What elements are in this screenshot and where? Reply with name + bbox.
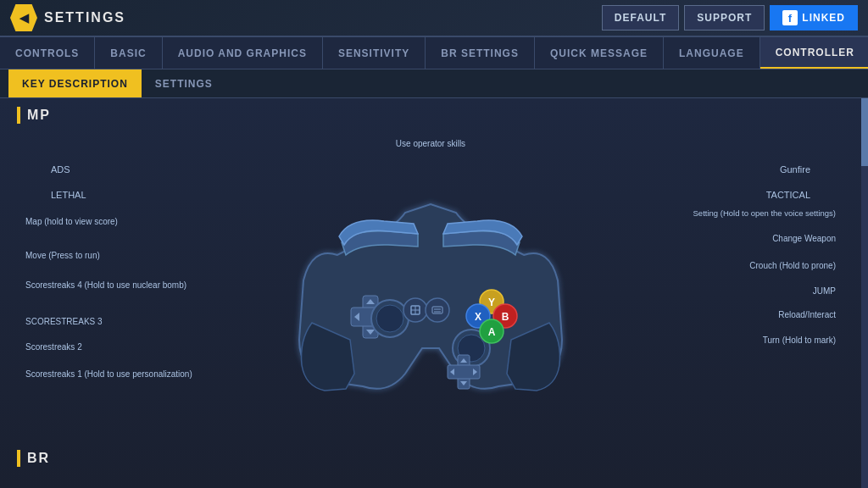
svg-text:X: X (475, 311, 481, 323)
tab-controls[interactable]: CONTROLS (0, 37, 95, 69)
label-scorestreaks4: Scorestreaks 4 (Hold to use nuclear bomb… (25, 280, 136, 290)
content-area: MP (0, 98, 861, 488)
label-crouch: Crouch (Hold to prone) (749, 261, 836, 270)
label-turn: Turn (Hold to mark) (763, 336, 836, 345)
tab-basic[interactable]: BASIC (95, 37, 162, 69)
sub-tab-key-description[interactable]: KEY DESCRIPTION (8, 69, 142, 97)
section-title-mp: MP (17, 107, 844, 124)
logo-text: SETTINGS (44, 10, 125, 25)
sub-tab-bar: KEY DESCRIPTION SETTINGS (0, 69, 868, 98)
svg-text:B: B (502, 311, 509, 323)
section-bar-br (17, 450, 20, 467)
label-reload: Reload/Interact (778, 310, 836, 319)
facebook-icon: f (782, 10, 798, 25)
svg-text:A: A (488, 326, 496, 338)
linked-button[interactable]: f LINKED (770, 5, 858, 30)
svg-point-14 (426, 298, 449, 322)
sub-tab-settings[interactable]: SETTINGS (142, 69, 226, 97)
logo: ◀ SETTINGS (10, 4, 125, 31)
label-ads: ADS (51, 164, 70, 175)
label-scorestreaks3: SCORESTREAKS 3 (25, 317, 103, 326)
label-setting: Setting (Hold to open the voice settings… (693, 208, 836, 218)
header: ◀ SETTINGS DEFAULT SUPPORT f LINKED (0, 0, 868, 37)
section-bar (17, 107, 20, 124)
controller-svg: Y X B A (287, 170, 575, 408)
section-label-mp: MP (27, 108, 51, 123)
scrollbar[interactable] (861, 98, 868, 488)
label-move: Move (Press to run) (25, 251, 100, 260)
default-button[interactable]: DEFAULT (602, 5, 679, 30)
tab-sensitivity[interactable]: SENSITIVITY (323, 37, 426, 69)
label-jump: JUMP (813, 286, 836, 296)
label-tactical: TACTICAL (766, 190, 810, 200)
tab-controller[interactable]: CONTROLLER (760, 37, 868, 69)
label-map: Map (hold to view score) (25, 217, 118, 226)
header-buttons: DEFAULT SUPPORT f LINKED (602, 5, 858, 30)
logo-icon: ◀ (10, 4, 37, 31)
label-operator: Use operator skills (396, 139, 465, 148)
svg-point-7 (376, 305, 403, 332)
tab-br-settings[interactable]: BR SETTINGS (426, 37, 535, 69)
section-label-br: BR (27, 451, 50, 466)
section-title-br: BR (17, 450, 844, 467)
tab-audio-graphics[interactable]: AUDIO AND GRAPHICS (163, 37, 323, 69)
label-scorestreaks2: Scorestreaks 2 (25, 342, 82, 352)
label-lethal: LETHAL (51, 190, 86, 200)
tab-quick-message[interactable]: QUICK MESSAGE (535, 37, 664, 69)
scrollbar-thumb[interactable] (861, 98, 868, 166)
label-scorestreaks1: Scorestreaks 1 (Hold to use personalizat… (25, 369, 136, 379)
label-change-weapon: Change Weapon (772, 234, 836, 243)
controller-area: Y X B A ADS L (17, 132, 844, 446)
svg-text:Y: Y (488, 297, 495, 308)
main-content: MP (0, 98, 868, 488)
tab-language[interactable]: LANGUAGE (664, 37, 760, 69)
tab-bar: CONTROLS BASIC AUDIO AND GRAPHICS SENSIT… (0, 37, 868, 69)
label-gunfire: Gunfire (780, 164, 810, 175)
support-button[interactable]: SUPPORT (684, 5, 765, 30)
